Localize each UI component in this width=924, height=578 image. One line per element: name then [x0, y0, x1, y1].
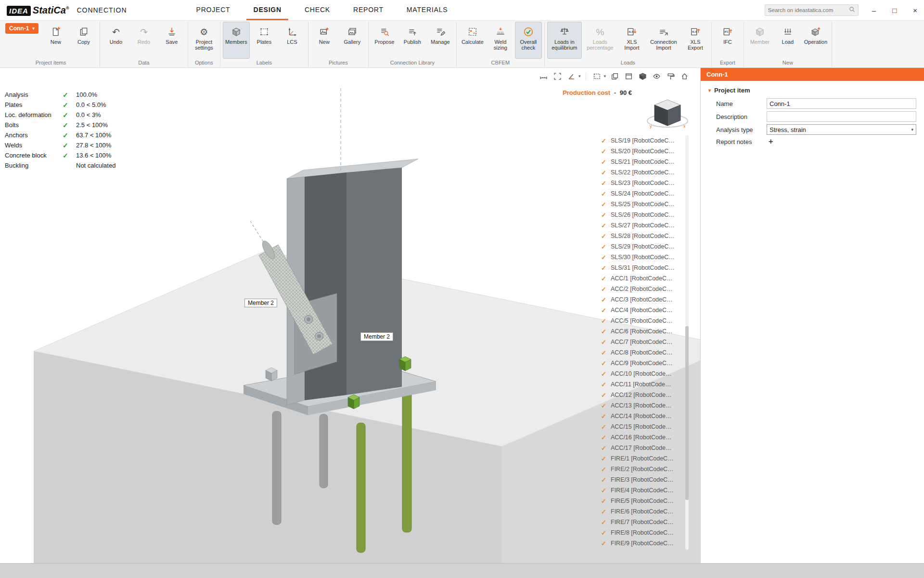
- new-operation-button[interactable]: Operation: [802, 22, 829, 59]
- lcs-labels-button[interactable]: LCS: [279, 22, 306, 59]
- load-case-item[interactable]: ✓ SLS/27 [RobotCodeC…: [601, 220, 684, 231]
- chevron-down-icon[interactable]: ▾: [603, 74, 606, 79]
- load-case-item[interactable]: ✓ ACC/5 [RobotCodeC…: [601, 315, 684, 326]
- load-case-item[interactable]: ✓ ACC/16 [RobotCode…: [601, 432, 684, 443]
- calculate-button[interactable]: Calculate: [459, 22, 486, 59]
- propose-button[interactable]: Propose: [371, 22, 398, 59]
- maximize-button[interactable]: □: [892, 6, 897, 14]
- weld-sizing-button[interactable]: Weld sizing: [487, 22, 514, 59]
- load-case-item[interactable]: ✓ SLS/22 [RobotCodeC…: [601, 167, 684, 178]
- viewport-3d[interactable]: y x Analysis ✓ 100.0% Plates ✓ 0.0 < 5.0…: [0, 68, 700, 563]
- load-case-item[interactable]: ✓ SLS/20 [RobotCodeC…: [601, 146, 684, 157]
- load-case-item[interactable]: ✓ FIRE/5 [RobotCodeC…: [601, 496, 684, 506]
- rotate-view-icon[interactable]: [566, 71, 577, 81]
- load-case-item[interactable]: ✓ SLS/21 [RobotCodeC…: [601, 157, 684, 167]
- load-case-scrollbar[interactable]: [685, 135, 689, 550]
- load-case-item[interactable]: ✓ FIRE/4 [RobotCodeC…: [601, 485, 684, 496]
- ifc-export-button[interactable]: IFC IFC: [714, 22, 741, 59]
- load-case-item[interactable]: ✓ ACC/14 [RobotCode…: [601, 411, 684, 421]
- load-case-item[interactable]: ✓ ACC/1 [RobotCodeC…: [601, 273, 684, 284]
- xls-export-button[interactable]: XLS XLS Export: [682, 22, 709, 59]
- load-case-item[interactable]: ✓ FIRE/3 [RobotCodeC…: [601, 474, 684, 485]
- search-box[interactable]: [765, 4, 859, 16]
- load-case-item[interactable]: ✓ SLS/26 [RobotCodeC…: [601, 210, 684, 220]
- new-member-button[interactable]: Member: [746, 22, 773, 59]
- load-case-item[interactable]: ✓ FIRE/2 [RobotCodeC…: [601, 464, 684, 474]
- load-case-item[interactable]: ✓ SLS/30 [RobotCodeC…: [601, 252, 684, 263]
- view-cube[interactable]: y x: [647, 100, 688, 129]
- description-field[interactable]: [767, 111, 916, 122]
- load-case-item[interactable]: ✓ SLS/24 [RobotCodeC…: [601, 188, 684, 199]
- zoom-fit-icon[interactable]: [552, 71, 563, 81]
- new-load-button[interactable]: Load: [774, 22, 801, 59]
- load-case-item[interactable]: ✓ ACC/8 [RobotCodeC…: [601, 347, 684, 358]
- load-case-item[interactable]: ✓ FIRE/6 [RobotCodeC…: [601, 506, 684, 517]
- redo-button[interactable]: ↷ Redo: [130, 22, 157, 59]
- member-label[interactable]: Member 2: [244, 299, 277, 307]
- load-case-item[interactable]: ✓ ACC/10 [RobotCode…: [601, 368, 684, 379]
- home-view-icon[interactable]: [679, 71, 690, 81]
- new-project-item-button[interactable]: New: [42, 22, 69, 59]
- load-case-item[interactable]: ✓ ACC/13 [RobotCode…: [601, 400, 684, 411]
- solid-view-icon[interactable]: [637, 71, 648, 81]
- selection-mode-icon[interactable]: [591, 71, 602, 81]
- menu-report[interactable]: REPORT: [346, 0, 390, 20]
- visibility-icon[interactable]: [651, 71, 662, 81]
- analysis-type-select[interactable]: Stress, strain ▾: [767, 124, 916, 135]
- load-case-item[interactable]: ✓ FIRE/8 [RobotCodeC…: [601, 527, 684, 538]
- load-case-item[interactable]: ✓ SLS/23 [RobotCodeC…: [601, 178, 684, 188]
- loads-percentage-button[interactable]: % Loads percentage: [583, 22, 617, 59]
- load-case-item[interactable]: ✓ ACC/15 [RobotCode…: [601, 421, 684, 432]
- load-case-item[interactable]: ✓ ACC/17 [RobotCode…: [601, 443, 684, 453]
- project-settings-button[interactable]: ⚙ Project settings: [191, 22, 218, 59]
- gallery-button[interactable]: Gallery: [339, 22, 366, 59]
- loads-in-equilibrium-button[interactable]: Loads in equilibrium: [547, 22, 582, 59]
- load-case-item[interactable]: ✓ FIRE/9 [RobotCodeC…: [601, 538, 684, 549]
- load-case-item[interactable]: ✓ ACC/12 [RobotCode…: [601, 390, 684, 400]
- search-input[interactable]: [768, 7, 849, 13]
- connection-import-button[interactable]: Connection Import: [646, 22, 681, 59]
- load-case-item[interactable]: ✓ ACC/3 [RobotCodeC…: [601, 294, 684, 305]
- minimize-button[interactable]: –: [872, 6, 876, 14]
- load-case-item[interactable]: ✓ ACC/6 [RobotCodeC…: [601, 326, 684, 337]
- member-label[interactable]: Member 2: [360, 332, 393, 341]
- load-case-item[interactable]: ✓ SLS/28 [RobotCodeC…: [601, 231, 684, 241]
- name-field[interactable]: [767, 98, 916, 109]
- copy-view-icon[interactable]: [609, 71, 620, 81]
- load-case-item[interactable]: ✓ ACC/9 [RobotCodeC…: [601, 358, 684, 368]
- members-labels-button[interactable]: Members: [223, 22, 250, 59]
- load-case-item[interactable]: ✓ SLS/25 [RobotCodeC…: [601, 199, 684, 210]
- manage-button[interactable]: Manage: [427, 22, 454, 59]
- menu-check[interactable]: CHECK: [298, 0, 337, 20]
- copy-project-item-button[interactable]: Copy: [70, 22, 97, 59]
- xls-import-button[interactable]: XLS XLS Import: [618, 22, 645, 59]
- save-button[interactable]: Save: [158, 22, 185, 59]
- load-case-item[interactable]: ✓ FIRE/7 [RobotCodeC…: [601, 517, 684, 527]
- menu-materials[interactable]: MATERIALS: [400, 0, 455, 20]
- load-case-item[interactable]: ✓ ACC/2 [RobotCodeC…: [601, 284, 684, 294]
- new-view-icon[interactable]: [623, 71, 634, 81]
- overall-check-button[interactable]: Overall check: [515, 22, 542, 59]
- close-button[interactable]: ×: [913, 6, 917, 14]
- menu-design[interactable]: DESIGN: [246, 0, 288, 20]
- load-case-item[interactable]: ✓ SLS/29 [RobotCodeC…: [601, 241, 684, 252]
- scrollbar-thumb[interactable]: [685, 326, 689, 500]
- render-mode-icon[interactable]: [665, 71, 676, 81]
- connection-selector[interactable]: Conn-1 ▾: [5, 23, 38, 34]
- menu-project[interactable]: PROJECT: [190, 0, 237, 20]
- load-case-item[interactable]: ✓ SLS/19 [RobotCodeC…: [601, 135, 684, 146]
- chevron-down-icon[interactable]: ▾: [578, 74, 581, 79]
- load-case-item[interactable]: ✓ ACC/7 [RobotCodeC…: [601, 337, 684, 347]
- project-item-section-header[interactable]: ▾ Project item: [708, 87, 916, 94]
- load-case-item[interactable]: ✓ FIRE/1 [RobotCodeC…: [601, 453, 684, 464]
- load-case-item[interactable]: ✓ ACC/11 [RobotCode…: [601, 379, 684, 390]
- member-cube-icon: [755, 25, 765, 39]
- add-report-note-button[interactable]: +: [767, 137, 775, 146]
- measure-icon[interactable]: [539, 71, 549, 81]
- undo-button[interactable]: ↶ Undo: [103, 22, 129, 59]
- new-picture-button[interactable]: New: [311, 22, 338, 59]
- load-case-item[interactable]: ✓ SLS/31 [RobotCodeC…: [601, 263, 684, 273]
- plates-labels-button[interactable]: Plates: [251, 22, 278, 59]
- publish-button[interactable]: Publish: [399, 22, 426, 59]
- load-case-item[interactable]: ✓ ACC/4 [RobotCodeC…: [601, 305, 684, 315]
